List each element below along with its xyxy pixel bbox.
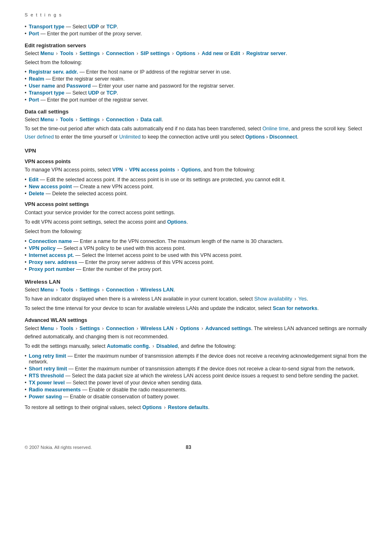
list-item: Proxy serv. address — Enter the proxy se… (25, 259, 367, 265)
edit-reg-bullets: Registrar serv. addr. — Enter the host n… (25, 69, 367, 103)
chevron: › (125, 167, 127, 173)
chevron: › (172, 51, 175, 56)
disabled-link[interactable]: Disabled (157, 343, 178, 349)
vpn-settings-body2: To edit VPN access point settings, selec… (25, 218, 367, 226)
nav-addnew[interactable]: Add new (202, 51, 223, 56)
tx-power-link[interactable]: TX power level (29, 380, 65, 386)
transport-type-link[interactable]: Transport type (29, 24, 65, 30)
short-retry-link[interactable]: Short retry limit (29, 366, 67, 372)
nav-options2[interactable]: Options (180, 326, 199, 331)
data-call-nav: Select Menu › Tools › Settings › Connect… (25, 117, 367, 123)
nav-settings3[interactable]: Settings (80, 287, 100, 293)
vpn-ap-link[interactable]: VPN access points (129, 167, 175, 173)
delete-link[interactable]: Delete (29, 191, 44, 197)
nav-tools[interactable]: Tools (60, 51, 73, 56)
power-saving-link[interactable]: Power saving (29, 394, 62, 400)
restore-options-link[interactable]: Options (142, 405, 161, 410)
new-access-point-link[interactable]: New access point (29, 184, 72, 190)
list-item: Proxy port number — Enter the number of … (25, 266, 367, 272)
chevron: › (102, 287, 105, 293)
nav-menu4[interactable]: Menu (40, 326, 54, 331)
nav-registrar[interactable]: Registrar server (247, 51, 286, 56)
vpn-link[interactable]: VPN (112, 167, 123, 173)
auto-config-link[interactable]: Automatic config. (107, 343, 150, 349)
list-item: Port — Enter the port number of the prox… (25, 31, 367, 37)
nav-options[interactable]: Options (176, 51, 195, 56)
nav-text: Select (25, 51, 40, 56)
username-link[interactable]: User name (29, 83, 55, 89)
proxy-port-link[interactable]: Proxy port number (29, 266, 75, 272)
edit-link[interactable]: Edit (29, 177, 39, 183)
rts-threshold-link[interactable]: RTS threshold (29, 373, 64, 379)
transport-type2-link[interactable]: Transport type (29, 90, 65, 96)
realm-link[interactable]: Realm (29, 76, 44, 82)
unlimited-link[interactable]: Unlimited (119, 134, 141, 140)
vpn-ap-heading: VPN access points (25, 159, 367, 164)
scan-networks-link[interactable]: Scan for networks (273, 305, 317, 311)
nav-menu[interactable]: Menu (40, 51, 54, 56)
online-time-link[interactable]: Online time (263, 126, 288, 132)
restore-defaults-link[interactable]: Restore defaults (168, 405, 208, 410)
nav-sip[interactable]: SIP settings (141, 51, 170, 56)
wireless-body2: To select the time interval for your dev… (25, 305, 367, 312)
disconnect-link[interactable]: Disconnect (269, 134, 297, 140)
list-item: VPN policy — Select a VPN policy to be u… (25, 245, 367, 251)
nav-edit[interactable]: Edit (231, 51, 240, 56)
password-link[interactable]: Password (67, 83, 91, 89)
list-item: Power saving — Enable or disable conserv… (25, 394, 367, 400)
nav-settings[interactable]: Settings (80, 51, 100, 56)
yes-link[interactable]: Yes (298, 296, 307, 302)
show-availability-link[interactable]: Show availability (254, 296, 292, 302)
nav-menu2[interactable]: Menu (40, 117, 54, 123)
tcp2-link[interactable]: TCP (106, 90, 117, 96)
nav-settings2[interactable]: Settings (80, 117, 100, 123)
nav-wlan[interactable]: Wireless LAN (141, 287, 173, 293)
list-item: Long retry limit — Enter the maximum num… (25, 353, 367, 365)
registrar-addr-link[interactable]: Registrar serv. addr. (29, 69, 78, 75)
nav-connection[interactable]: Connection (106, 51, 134, 56)
user-defined-link[interactable]: User defined (25, 134, 54, 140)
port-link[interactable]: Port (29, 31, 39, 37)
chevron: › (102, 51, 105, 56)
nav-menu3[interactable]: Menu (40, 287, 54, 293)
chevron: › (56, 326, 58, 331)
options-disconnect-link[interactable]: Options (245, 134, 265, 140)
list-item: Registrar serv. addr. — Enter the host n… (25, 69, 367, 75)
list-item: Realm — Enter the registrar server realm… (25, 76, 367, 82)
nav-settings4[interactable]: Settings (80, 326, 100, 331)
nav-wlan2[interactable]: Wireless LAN (141, 326, 173, 331)
vpn-policy-link[interactable]: VPN policy (29, 245, 55, 251)
advanced-wlan-body2: To edit the settings manually, select Au… (25, 342, 367, 350)
nav-datacall[interactable]: Data call (141, 117, 161, 123)
vpn-settings-bullets: Connection name — Enter a name for the V… (25, 238, 367, 272)
copyright: © 2007 Nokia. All rights reserved. (25, 445, 92, 450)
nav-tools2[interactable]: Tools (60, 117, 73, 123)
chevron: › (56, 117, 59, 123)
proxy-serv-addr-link[interactable]: Proxy serv. address (29, 259, 77, 265)
connection-name-link[interactable]: Connection name (29, 238, 72, 244)
vpn-options-link[interactable]: Options (181, 167, 201, 173)
internet-access-pt-link[interactable]: Internet access pt. (29, 252, 74, 258)
nav-connection3[interactable]: Connection (106, 287, 134, 293)
long-retry-link[interactable]: Long retry limit (29, 353, 66, 359)
chevron: › (76, 117, 79, 123)
radio-measurements-link[interactable]: Radio measurements (29, 387, 81, 393)
nav-tools3[interactable]: Tools (60, 287, 73, 293)
chevron: › (76, 287, 79, 293)
vpn-options2-link[interactable]: Options (167, 219, 187, 225)
udp-link[interactable]: UDP (88, 24, 99, 30)
nav-connection2[interactable]: Connection (106, 117, 134, 123)
udp2-link[interactable]: UDP (88, 90, 99, 96)
tcp-link[interactable]: TCP (106, 24, 117, 30)
list-item: Delete — Delete the selected access poin… (25, 191, 367, 197)
nav-advanced[interactable]: Advanced settings (205, 326, 251, 331)
edit-reg-select: Select from the following: (25, 59, 367, 67)
chevron: › (102, 117, 105, 123)
chevron: › (76, 51, 79, 56)
nav-tools4[interactable]: Tools (60, 326, 73, 331)
nav-connection4[interactable]: Connection (106, 326, 134, 331)
list-item: Radio measurements — Enable or disable t… (25, 387, 367, 393)
transport-bullets: Transport type — Select UDP or TCP. Port… (25, 24, 367, 37)
list-item: TX power level — Select the power level … (25, 380, 367, 386)
port2-link[interactable]: Port (29, 97, 39, 103)
